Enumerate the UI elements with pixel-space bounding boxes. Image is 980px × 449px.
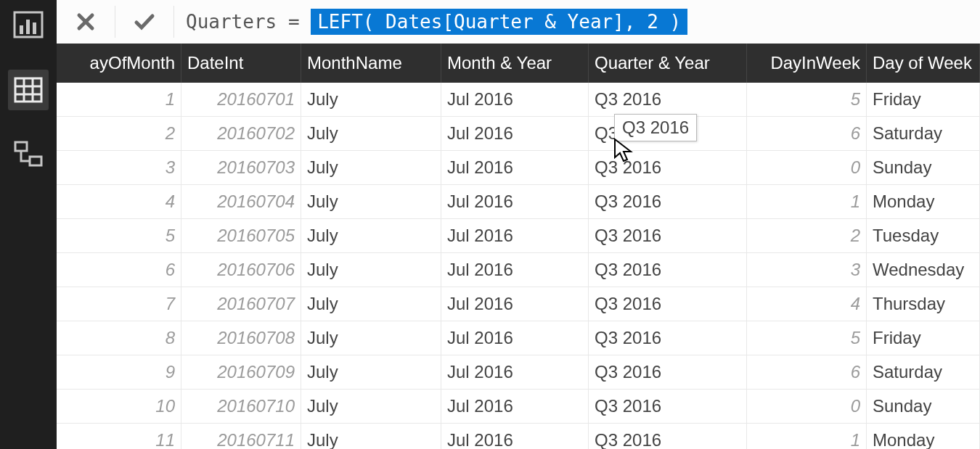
col-header-dow[interactable]: Day of Week: [867, 44, 980, 83]
cell-monthyear[interactable]: Jul 2016: [441, 151, 589, 184]
cell-monthname[interactable]: July: [301, 117, 441, 150]
cell-quarteryear[interactable]: Q3 2016: [589, 390, 747, 423]
cell-dateint[interactable]: 20160704: [181, 185, 301, 218]
cell-dateint[interactable]: 20160710: [181, 390, 301, 423]
cell-dow[interactable]: Thursday: [867, 287, 980, 321]
cell-dateint[interactable]: 20160702: [181, 117, 301, 150]
cell-dayofmonth[interactable]: 2: [57, 117, 181, 150]
cell-dayinweek[interactable]: 4: [747, 287, 867, 321]
table-row[interactable]: 720160707JulyJul 2016Q3 20164Thursday: [57, 287, 980, 321]
table-row[interactable]: 1120160711JulyJul 2016Q3 20161Monday: [57, 424, 980, 449]
cell-dow[interactable]: Tuesday: [867, 219, 980, 252]
cell-dayinweek[interactable]: 2: [747, 219, 867, 252]
data-grid[interactable]: 120160701JulyJul 2016Q3 20165Friday22016…: [57, 83, 980, 449]
col-header-monthname[interactable]: MonthName: [301, 44, 441, 83]
cell-monthyear[interactable]: Jul 2016: [441, 287, 589, 321]
cell-dayofmonth[interactable]: 7: [57, 287, 181, 321]
cell-monthname[interactable]: July: [301, 253, 441, 287]
cell-dateint[interactable]: 20160703: [181, 151, 301, 184]
table-row[interactable]: 420160704JulyJul 2016Q3 20161Monday: [57, 185, 980, 219]
cell-dow[interactable]: Saturday: [867, 117, 980, 150]
cancel-formula-button[interactable]: [57, 0, 115, 44]
cell-dayinweek[interactable]: 3: [747, 253, 867, 287]
cell-dayofmonth[interactable]: 11: [57, 424, 181, 449]
cell-monthyear[interactable]: Jul 2016: [441, 253, 589, 287]
cell-dayinweek[interactable]: 0: [747, 151, 867, 184]
cell-dayofmonth[interactable]: 4: [57, 185, 181, 218]
table-row[interactable]: 320160703JulyJul 2016Q3 20160Sunday: [57, 151, 980, 185]
cell-dateint[interactable]: 20160705: [181, 219, 301, 252]
cell-quarteryear[interactable]: Q3 2016: [589, 355, 747, 389]
cell-dateint[interactable]: 20160706: [181, 253, 301, 287]
cell-dow[interactable]: Wednesday: [867, 253, 980, 287]
table-row[interactable]: 220160702JulyJul 2016Q3 20166Saturday: [57, 117, 980, 151]
cell-monthname[interactable]: July: [301, 321, 441, 355]
cell-quarteryear[interactable]: Q3 2016: [589, 151, 747, 184]
cell-quarteryear[interactable]: Q3 2016: [589, 424, 747, 449]
cell-monthyear[interactable]: Jul 2016: [441, 185, 589, 218]
cell-dateint[interactable]: 20160701: [181, 83, 301, 116]
col-header-dayinweek[interactable]: DayInWeek: [747, 44, 867, 83]
cell-dayinweek[interactable]: 5: [747, 83, 867, 116]
cell-dayinweek[interactable]: 0: [747, 390, 867, 423]
cell-quarteryear[interactable]: Q3 2016: [589, 83, 747, 116]
table-row[interactable]: 620160706JulyJul 2016Q3 20163Wednesday: [57, 253, 980, 287]
col-header-dateint[interactable]: DateInt: [181, 44, 301, 83]
table-row[interactable]: 1020160710JulyJul 2016Q3 20160Sunday: [57, 390, 980, 424]
cell-dayinweek[interactable]: 6: [747, 117, 867, 150]
cell-dow[interactable]: Sunday: [867, 151, 980, 184]
cell-dow[interactable]: Saturday: [867, 355, 980, 389]
cell-monthname[interactable]: July: [301, 424, 441, 449]
cell-monthyear[interactable]: Jul 2016: [441, 321, 589, 355]
cell-monthname[interactable]: July: [301, 219, 441, 252]
cell-dayinweek[interactable]: 5: [747, 321, 867, 355]
cell-dayofmonth[interactable]: 10: [57, 390, 181, 423]
table-row[interactable]: 120160701JulyJul 2016Q3 20165Friday: [57, 83, 980, 117]
cell-dow[interactable]: Friday: [867, 83, 980, 116]
report-view-button[interactable]: [8, 4, 49, 45]
cell-dateint[interactable]: 20160708: [181, 321, 301, 355]
cell-monthname[interactable]: July: [301, 83, 441, 116]
col-header-monthyear[interactable]: Month & Year: [441, 44, 589, 83]
cell-monthname[interactable]: July: [301, 151, 441, 184]
table-row[interactable]: 920160709JulyJul 2016Q3 20166Saturday: [57, 355, 980, 390]
cell-dateint[interactable]: 20160711: [181, 424, 301, 449]
cell-quarteryear[interactable]: Q3 2016: [589, 219, 747, 252]
cell-dayinweek[interactable]: 1: [747, 185, 867, 218]
table-row[interactable]: 820160708JulyJul 2016Q3 20165Friday: [57, 321, 980, 355]
cell-dow[interactable]: Monday: [867, 424, 980, 449]
cell-dayofmonth[interactable]: 1: [57, 83, 181, 116]
cell-dayofmonth[interactable]: 5: [57, 219, 181, 252]
cell-monthname[interactable]: July: [301, 390, 441, 423]
cell-dow[interactable]: Sunday: [867, 390, 980, 423]
formula-input[interactable]: Quarters = LEFT( Dates[Quarter & Year], …: [174, 0, 980, 44]
cell-quarteryear[interactable]: Q3 2016: [589, 321, 747, 355]
cell-dateint[interactable]: 20160709: [181, 355, 301, 389]
cell-dayofmonth[interactable]: 9: [57, 355, 181, 389]
cell-dow[interactable]: Monday: [867, 185, 980, 218]
cell-dayinweek[interactable]: 6: [747, 355, 867, 389]
col-header-dayofmonth[interactable]: ayOfMonth: [57, 44, 181, 83]
cell-quarteryear[interactable]: Q3 2016: [589, 253, 747, 287]
cell-quarteryear[interactable]: Q3 2016: [589, 287, 747, 321]
cell-monthname[interactable]: July: [301, 185, 441, 218]
cell-monthyear[interactable]: Jul 2016: [441, 424, 589, 449]
col-header-quarteryear[interactable]: Quarter & Year: [589, 44, 747, 83]
cell-monthname[interactable]: July: [301, 355, 441, 389]
table-row[interactable]: 520160705JulyJul 2016Q3 20162Tuesday: [57, 219, 980, 253]
cell-dateint[interactable]: 20160707: [181, 287, 301, 321]
cell-monthyear[interactable]: Jul 2016: [441, 355, 589, 389]
cell-monthname[interactable]: July: [301, 287, 441, 321]
cell-dayofmonth[interactable]: 3: [57, 151, 181, 184]
cell-dayinweek[interactable]: 1: [747, 424, 867, 449]
accept-formula-button[interactable]: [115, 0, 173, 44]
cell-monthyear[interactable]: Jul 2016: [441, 390, 589, 423]
cell-monthyear[interactable]: Jul 2016: [441, 117, 589, 150]
cell-dayofmonth[interactable]: 6: [57, 253, 181, 287]
cell-monthyear[interactable]: Jul 2016: [441, 219, 589, 252]
data-view-button[interactable]: [8, 70, 49, 110]
cell-quarteryear[interactable]: Q3 2016: [589, 185, 747, 218]
model-view-button[interactable]: [8, 135, 49, 176]
cell-monthyear[interactable]: Jul 2016: [441, 83, 589, 116]
cell-dayofmonth[interactable]: 8: [57, 321, 181, 355]
